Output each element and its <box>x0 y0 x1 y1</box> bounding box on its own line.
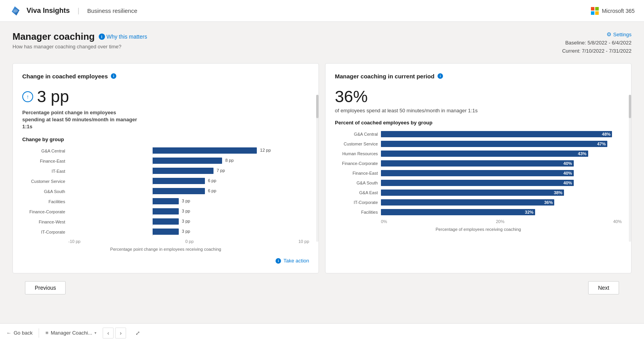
why-matters-link[interactable]: i Why this matters <box>99 34 147 40</box>
left-card-info-icon[interactable]: i <box>111 73 116 79</box>
bar-fill: 38% <box>381 190 564 196</box>
bar-fill <box>153 229 179 235</box>
right-chart-row: Customer Service47% <box>335 140 622 148</box>
bar-container: 6 pp <box>68 177 309 185</box>
bar-fill: 40% <box>381 160 574 167</box>
bar-value: 3 pp <box>182 229 190 234</box>
bar-value: 12 pp <box>260 148 271 152</box>
bar-fill <box>153 147 257 154</box>
right-chart-row: G&A South40% <box>335 179 622 187</box>
right-scrollbar-track[interactable] <box>629 95 631 242</box>
bar-fill: 40% <box>381 180 574 186</box>
bar-track: 38% <box>381 189 622 197</box>
nav-separator: | <box>78 7 80 15</box>
take-action-icon: i <box>276 258 281 264</box>
page-header-left: Manager coaching i Why this matters How … <box>12 31 147 50</box>
bar-value: 32% <box>525 210 534 214</box>
metric-description: Percentage point change in employees spe… <box>22 109 139 131</box>
right-scrollbar-thumb <box>629 95 631 118</box>
bar-fill: 48% <box>381 131 612 137</box>
right-bar-chart: G&A Central48%Customer Service47%Human R… <box>335 130 622 216</box>
left-chart-row: Finance-Corporate3 pp <box>22 208 309 216</box>
bar-label: G&A East <box>335 190 378 195</box>
bar-value: 3 pp <box>182 219 190 223</box>
settings-label: Settings <box>613 32 632 37</box>
bar-label: Facilities <box>22 199 65 204</box>
right-chart-row: G&A Central48% <box>335 130 622 138</box>
bar-container: 7 pp <box>68 167 309 175</box>
current-date: Current: 7/10/2022 - 7/31/2022 <box>562 47 632 55</box>
percent-by-group-title: Percent of coached employees by group <box>335 120 622 126</box>
bar-fill <box>153 218 179 225</box>
scrollbar-thumb <box>316 95 318 118</box>
bar-track: 40% <box>381 169 622 177</box>
next-button[interactable]: Next <box>588 281 619 294</box>
left-chart-footer: Percentage point change in employees rec… <box>22 247 309 252</box>
bar-container: 8 pp <box>68 157 309 165</box>
page-header: Manager coaching i Why this matters How … <box>12 31 632 55</box>
left-chart-row: Finance-West3 pp <box>22 218 309 226</box>
left-card-title: Change in coached employees i <box>22 73 309 80</box>
big-value: 3 pp <box>37 87 69 106</box>
left-chart-row: IT-East7 pp <box>22 167 309 175</box>
bar-value: 38% <box>554 190 562 195</box>
take-action[interactable]: i Take action <box>22 258 309 264</box>
right-chart-row: Facilities32% <box>335 208 622 216</box>
viva-insights-icon <box>9 5 22 17</box>
bar-fill <box>153 178 205 184</box>
bar-fill: 40% <box>381 170 574 176</box>
bar-label: IT-East <box>22 169 65 174</box>
page-subtitle: How has manager coaching changed over ti… <box>12 44 147 50</box>
bar-value: 6 pp <box>208 188 216 193</box>
bar-track: 43% <box>381 150 622 158</box>
bar-fill: 36% <box>381 199 554 206</box>
bar-label: Finance-East <box>335 171 378 175</box>
bar-container: 12 pp <box>68 147 309 155</box>
bar-container: 3 pp <box>68 218 309 226</box>
right-chart-row: Human Resources43% <box>335 150 622 158</box>
axis-0pct: 0% <box>381 219 387 224</box>
cards-row: Change in coached employees i ↑ 3 pp Per… <box>12 63 632 274</box>
percent-description: of employees spend at least 50 minutes/m… <box>335 108 622 113</box>
bar-label: Finance-East <box>22 159 65 163</box>
bar-fill: 43% <box>381 151 588 157</box>
bar-track: 47% <box>381 140 622 148</box>
date-range: Baseline: 5/8/2022 - 6/4/2022 Current: 7… <box>562 39 632 55</box>
change-by-group-title: Change by group <box>22 136 309 142</box>
nav-left: Viva Insights | Business resilience <box>9 5 137 17</box>
right-chart-axis: 0% 20% 40% <box>335 219 622 224</box>
baseline-date: Baseline: 5/8/2022 - 6/4/2022 <box>562 39 632 47</box>
scrollbar-track[interactable] <box>316 95 318 242</box>
bar-label: Human Resources <box>335 151 378 156</box>
left-chart-row: G&A Central12 pp <box>22 147 309 155</box>
previous-button[interactable]: Previous <box>25 281 66 294</box>
bar-value: 40% <box>564 161 572 166</box>
right-chart-row: Finance-Corporate40% <box>335 159 622 167</box>
bar-label: Finance-Corporate <box>22 209 65 214</box>
settings-link[interactable]: ⚙ Settings <box>562 31 632 37</box>
axis-20pct: 20% <box>496 219 504 224</box>
left-chart-axis: -10 pp 0 pp 10 pp <box>22 239 309 244</box>
gear-icon: ⚙ <box>607 31 612 37</box>
bar-label: IT-Corporate <box>22 230 65 234</box>
bar-label: Finance-West <box>22 220 65 224</box>
bar-fill <box>153 168 213 174</box>
left-chart-row: IT-Corporate3 pp <box>22 228 309 236</box>
bar-track: 40% <box>381 179 622 187</box>
bar-fill: 47% <box>381 141 607 147</box>
right-card-info-icon[interactable]: i <box>438 73 443 79</box>
left-bar-chart: G&A Central12 ppFinance-East8 ppIT-East7… <box>22 147 309 236</box>
bar-fill: 32% <box>381 209 535 215</box>
bar-track: 32% <box>381 208 622 216</box>
bar-fill <box>153 188 205 194</box>
bar-label: Facilities <box>335 210 378 214</box>
main-content: Manager coaching i Why this matters How … <box>0 22 644 312</box>
bar-value: 40% <box>564 181 572 185</box>
right-chart-row: IT-Corporate36% <box>335 198 622 206</box>
left-chart-row: Finance-East8 pp <box>22 157 309 165</box>
bar-value: 7 pp <box>217 168 225 173</box>
left-chart-row: Facilities3 pp <box>22 198 309 206</box>
right-chart-row: Finance-East40% <box>335 169 622 177</box>
bar-track: 36% <box>381 198 622 206</box>
bar-value: 3 pp <box>182 198 190 203</box>
